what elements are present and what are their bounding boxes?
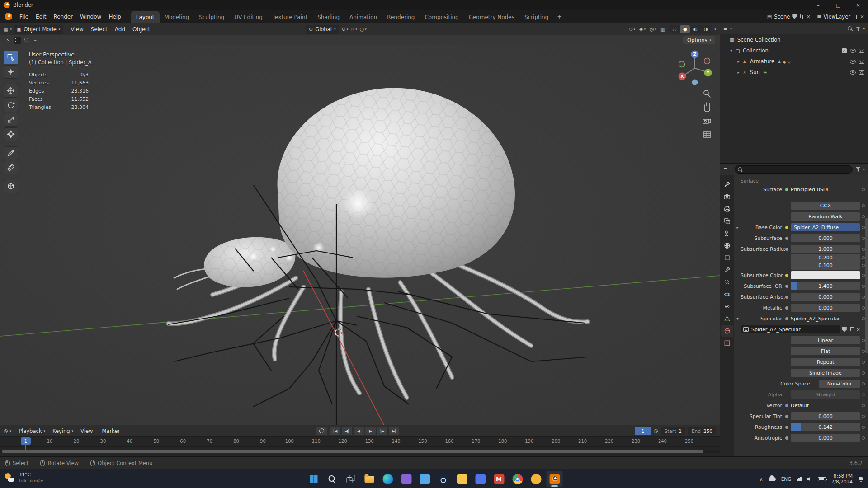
property-widget[interactable]: Linear (791, 336, 860, 344)
decorator-dot-icon[interactable] (860, 426, 866, 429)
shading-material[interactable]: ◐ (690, 25, 700, 33)
app-discord[interactable] (472, 471, 489, 487)
property-widget[interactable]: 0.000 (791, 304, 860, 312)
blender-menu-icon[interactable] (5, 13, 12, 20)
new-viewlayer-icon[interactable] (853, 14, 858, 19)
property-widget[interactable]: 1.000 (791, 245, 860, 253)
property-widget[interactable]: Non-Color (819, 380, 860, 388)
auto-keying-clock-icon[interactable]: ◷ (654, 428, 658, 434)
app-chrome[interactable] (509, 471, 526, 487)
jump-to-start[interactable]: |◀ (330, 427, 340, 435)
world-tab[interactable] (721, 240, 733, 251)
property-widget[interactable]: GGX (791, 202, 860, 210)
property-widget[interactable]: Single Image (791, 369, 860, 377)
tool-move[interactable] (4, 84, 18, 98)
jump-to-end[interactable]: ▶| (389, 427, 399, 435)
disable-render-icon[interactable] (859, 60, 864, 64)
tool-select-box[interactable] (4, 51, 18, 64)
hide-eye-icon[interactable] (850, 70, 856, 75)
pin-icon[interactable] (792, 14, 797, 19)
output-tab[interactable] (721, 203, 733, 215)
weather-widget[interactable]: 31°C Trời có mây (5, 472, 43, 483)
property-widget[interactable]: Straight (791, 390, 860, 399)
transform-orientation-dropdown[interactable]: ⊕ Global ▾ (306, 25, 339, 34)
property-row[interactable]: Subsurface 0.000 (734, 233, 868, 244)
topbar-menu-item[interactable]: Render (50, 12, 76, 22)
property-row[interactable]: Linear (734, 335, 868, 346)
workspace-tab[interactable]: UV Editing (229, 11, 268, 23)
app-mail[interactable] (491, 471, 507, 487)
duplicate-image-icon[interactable] (849, 327, 854, 332)
property-row[interactable]: Surface Principled BSDF (734, 184, 868, 195)
frame-start-field[interactable]: Start 1 (661, 427, 685, 435)
timeline-editor-icon[interactable]: ◷ (4, 428, 8, 434)
property-row[interactable]: Alpha Straight (734, 389, 868, 400)
mode-tweak[interactable]: ↖ (5, 37, 12, 44)
texture-tab[interactable] (721, 338, 733, 349)
timeline-menu-item[interactable]: View (77, 428, 98, 434)
network-icon[interactable] (797, 477, 802, 481)
app-store[interactable] (417, 471, 433, 487)
viewlayer-selector[interactable]: ≡ ViewLayer × (817, 14, 864, 20)
property-row[interactable]: Metallic 0.000 (734, 302, 868, 313)
workspace-tab[interactable]: Sculpting (194, 11, 229, 23)
language-indicator[interactable]: ENG (781, 476, 792, 482)
shading-dropdown-icon[interactable]: ▾ (714, 28, 716, 31)
outliner-row[interactable]: Scene Collection ☀ (720, 34, 868, 45)
app-steam[interactable] (435, 471, 452, 487)
workspace-tab[interactable]: Geometry Nodes (464, 11, 519, 23)
hide-eye-icon[interactable] (850, 49, 856, 53)
unlink-scene-icon[interactable]: × (806, 14, 811, 20)
object-tab[interactable] (721, 252, 733, 263)
new-scene-icon[interactable] (799, 14, 804, 19)
app-task-view[interactable] (343, 471, 359, 487)
outliner-filter-icon[interactable] (855, 27, 860, 31)
property-widget[interactable]: 0.142 (791, 423, 860, 431)
timeline-menu-item[interactable]: Marker (98, 428, 125, 434)
property-widget[interactable]: 0.200 (791, 254, 860, 262)
decorator-dot-icon[interactable] (860, 415, 866, 418)
workspace-tab[interactable]: Animation (344, 11, 382, 23)
add-workspace-button[interactable]: + (553, 13, 566, 20)
viewport-menu-item[interactable]: Select (87, 24, 111, 34)
property-widget[interactable]: Spider_A2_Diffuse (791, 223, 860, 231)
snap-toggle[interactable]: ∪▾ (351, 26, 357, 32)
property-row[interactable]: Color Space Non-Color (734, 378, 868, 389)
unlink-image-icon[interactable] (856, 327, 860, 333)
next-keyframe[interactable]: |▶ (377, 427, 387, 435)
property-widget[interactable]: Random Walk (791, 212, 860, 221)
proportional-editing-toggle[interactable]: ○▾ (360, 26, 367, 32)
volume-icon[interactable] (807, 477, 812, 481)
decorator-dot-icon[interactable] (860, 436, 866, 440)
clock-widget[interactable]: 8:58 PM 7/8/2024 (831, 473, 853, 485)
viewlayer-tab[interactable] (721, 216, 733, 227)
property-widget[interactable]: 0.000 (791, 293, 860, 301)
options-button[interactable]: Options ▾ (683, 36, 715, 44)
play-reverse[interactable]: ◀ (354, 427, 364, 435)
current-frame-field[interactable]: 1 (635, 427, 651, 435)
mode-dropdown[interactable]: ▣ Object Mode ▾ (14, 25, 63, 34)
expand-icon[interactable]: ▸ (736, 70, 741, 75)
scene-tab[interactable] (721, 228, 733, 239)
record-button[interactable] (316, 427, 327, 435)
outliner-row[interactable]: ▸ Sun ☀ (720, 67, 868, 78)
hide-eye-icon[interactable] (850, 60, 856, 64)
topbar-menu-item[interactable]: Help (105, 12, 124, 22)
app-file-explorer[interactable] (361, 471, 377, 487)
disable-render-icon[interactable] (859, 70, 864, 75)
prev-keyframe[interactable]: ◀| (342, 427, 352, 435)
app-folder[interactable] (454, 471, 470, 487)
app-start[interactable] (306, 471, 322, 487)
property-row[interactable]: Random Walk (734, 211, 868, 222)
properties-filter-icon[interactable] (855, 167, 860, 172)
viewport-menu-item[interactable]: Add (111, 24, 129, 34)
property-row[interactable]: Subsurface Color (734, 270, 868, 281)
app-search[interactable] (324, 471, 340, 487)
property-row[interactable]: ▸ Base Color Spider_A2_Diffuse (734, 222, 868, 233)
property-widget[interactable]: Default (791, 401, 860, 409)
editor-type-icon[interactable]: ▦ (4, 26, 8, 32)
exclude-checkbox[interactable] (842, 48, 847, 53)
shading-solid[interactable]: ● (680, 25, 690, 33)
topbar-menu-item[interactable]: Edit (32, 12, 50, 22)
overlays-toggle[interactable]: ◎▾ (650, 26, 656, 32)
